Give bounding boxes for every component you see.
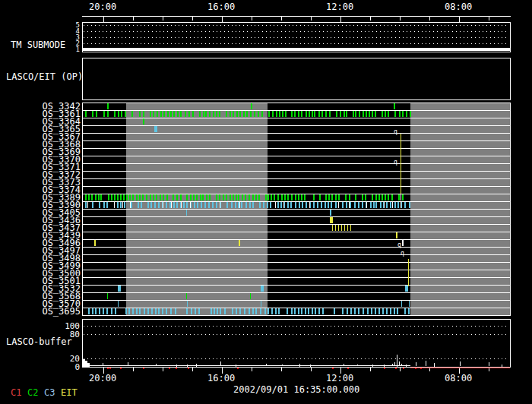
event-tick-w (338, 202, 339, 208)
legend-item-eit: EIT (61, 388, 78, 397)
buffer-red-tick (107, 368, 109, 369)
event-tick-c (312, 308, 313, 314)
row-separator (83, 156, 510, 156)
event-tick-g (107, 103, 109, 109)
event-tick-c (380, 202, 382, 208)
buffer-ytick-label: 80 (59, 330, 80, 339)
event-tick-c (138, 202, 139, 208)
buffer-red-tick (109, 368, 111, 369)
flag-glyph: q (394, 159, 397, 166)
event-tick-c (334, 308, 335, 314)
event-tick-g (242, 194, 243, 200)
buffer-spike (187, 365, 188, 367)
buffer-red-tick (176, 368, 177, 369)
datestamp: 2002/09/01 16:35:00.000 (233, 385, 359, 394)
top-axis-tick (163, 17, 163, 21)
event-tick-c (367, 308, 369, 314)
event-tick-c (249, 202, 251, 208)
event-tick-c (354, 308, 356, 314)
row-separator (83, 300, 510, 301)
flag-glyph: q (397, 242, 401, 248)
event-tick-g (209, 111, 211, 117)
event-tick-c (346, 202, 347, 208)
bottom-axis-tick (252, 368, 252, 371)
buffer-spike (397, 355, 397, 367)
event-tick-c (318, 308, 320, 314)
top-time-label: 20:00 (89, 2, 116, 11)
lasco-eit-panel (82, 58, 511, 100)
event-tick-c (211, 308, 212, 314)
event-tick-g (276, 111, 277, 117)
event-tick-c (342, 308, 344, 314)
row-separator (83, 270, 510, 270)
event-tick-g (372, 194, 373, 200)
event-tick-g (188, 111, 190, 117)
event-tick-g (203, 111, 204, 117)
event-tick-g (111, 194, 112, 200)
row-separator (83, 171, 510, 172)
buffer-spike (357, 365, 358, 366)
event-tick-g (123, 194, 125, 200)
event-tick-w (171, 202, 172, 208)
top-axis-tick (459, 17, 460, 23)
buffer-red-tick (415, 368, 416, 369)
row-separator (83, 148, 510, 149)
event-tick-c (362, 202, 363, 208)
event-tick-y (347, 225, 348, 231)
bottom-axis-tick (311, 368, 312, 371)
event-tick-c (358, 202, 359, 208)
event-tick-g (146, 194, 147, 200)
row-separator (83, 247, 510, 248)
event-tick-g (139, 111, 141, 117)
event-tick-g (186, 293, 187, 299)
event-tick-g (216, 111, 217, 117)
tm-dotted-gridline (84, 43, 509, 44)
event-tick-g (328, 194, 330, 200)
top-axis-tick (133, 17, 134, 21)
tm-dotted-gridline (84, 25, 509, 26)
event-tick-g (402, 194, 404, 200)
event-tick-c (120, 202, 122, 208)
event-tick-c (350, 202, 351, 208)
buffer-spike (460, 361, 461, 366)
top-axis-tick (311, 17, 312, 21)
event-tick-g (92, 111, 93, 117)
event-tick-g (382, 111, 383, 117)
bottom-axis-tick (281, 368, 282, 371)
event-tick-w (309, 202, 310, 208)
event-tick-c (330, 210, 331, 216)
event-tick-c (154, 202, 156, 208)
event-tick-g (88, 194, 90, 200)
event-tick-g (139, 194, 141, 200)
buffer-spike (176, 365, 177, 367)
event-tick-g (363, 111, 364, 117)
event-tick-g (233, 111, 234, 117)
buffer-spike (384, 365, 385, 367)
event-tick-c (322, 308, 324, 314)
event-tick-c (358, 308, 359, 314)
event-tick-c (204, 202, 206, 208)
event-tick-c (261, 301, 261, 307)
event-tick-w (190, 202, 191, 208)
top-time-label: 16:00 (207, 2, 235, 11)
event-tick-g (410, 111, 411, 117)
event-tick-c (136, 308, 138, 314)
event-tick-w (181, 202, 182, 208)
event-tick-g (136, 194, 138, 200)
event-tick-w (87, 202, 88, 208)
event-tick-c (194, 202, 195, 208)
event-tick-g (385, 111, 386, 117)
event-tick-c (224, 308, 226, 314)
event-tick-g (163, 111, 165, 117)
event-tick-g (378, 194, 380, 200)
buffer-red-tick (384, 368, 385, 369)
event-tick-c (241, 202, 242, 208)
row-separator (83, 239, 510, 240)
event-tick-c (270, 202, 271, 208)
buffer-spike (392, 364, 393, 366)
event-tick-g (372, 111, 373, 117)
event-tick-g (277, 194, 279, 200)
bottom-axis-tick (133, 368, 134, 371)
event-tick-c (275, 308, 277, 314)
event-tick-c (85, 202, 87, 208)
